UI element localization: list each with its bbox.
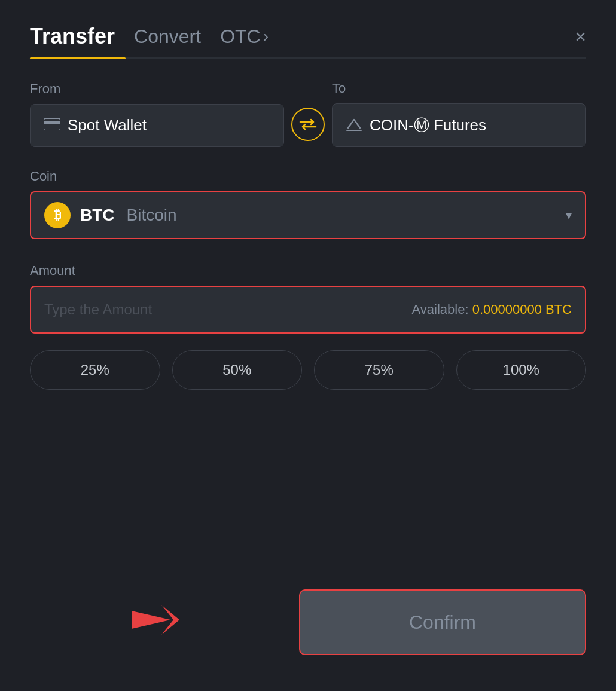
to-label: To — [332, 81, 586, 96]
close-button[interactable]: × — [575, 27, 586, 46]
btc-icon: ₿ — [44, 202, 71, 228]
tab-transfer[interactable]: Transfer — [30, 24, 115, 49]
from-wallet-name: Spot Wallet — [68, 116, 147, 134]
available-amount: 0.00000000 BTC — [472, 302, 572, 317]
coin-label: Coin — [30, 169, 586, 184]
pct-50-button[interactable]: 50% — [172, 350, 303, 390]
amount-input-box[interactable]: Type the Amount Available: 0.00000000 BT… — [30, 286, 586, 334]
amount-section: Amount Type the Amount Available: 0.0000… — [30, 263, 586, 350]
tab-convert[interactable]: Convert — [134, 26, 201, 48]
svg-marker-2 — [132, 611, 170, 629]
amount-label: Amount — [30, 263, 586, 279]
otc-chevron-icon: › — [263, 27, 269, 46]
coin-select-dropdown[interactable]: ₿ BTC Bitcoin ▾ — [30, 191, 586, 239]
header-tabs: Transfer Convert OTC › × — [30, 24, 586, 49]
to-wallet-name: COIN-Ⓜ Futures — [370, 115, 486, 136]
swap-container — [284, 87, 332, 141]
arrow-indicator — [126, 593, 197, 649]
amount-placeholder: Type the Amount — [44, 301, 405, 318]
pct-25-button[interactable]: 25% — [30, 350, 160, 390]
swap-button[interactable] — [291, 108, 325, 141]
bottom-area: Confirm — [30, 589, 586, 655]
to-col: To COIN-Ⓜ Futures — [332, 81, 586, 147]
futures-icon — [346, 116, 362, 135]
tab-underline-row — [30, 57, 586, 59]
coin-chevron-icon: ▾ — [566, 208, 572, 222]
to-wallet-select[interactable]: COIN-Ⓜ Futures — [332, 103, 586, 147]
from-wallet-select[interactable]: Spot Wallet — [30, 104, 284, 147]
confirm-button[interactable]: Confirm — [299, 589, 586, 655]
from-label: From — [30, 81, 284, 97]
from-col: From Spot Wallet — [30, 81, 284, 147]
available-text: Available: 0.00000000 BTC — [412, 302, 572, 317]
pct-75-button[interactable]: 75% — [314, 350, 444, 390]
percentage-buttons-row: 25% 50% 75% 100% — [30, 350, 586, 390]
transfer-modal: Transfer Convert OTC › × From Spot Walle… — [0, 0, 616, 691]
coin-ticker: BTC — [80, 206, 115, 225]
from-to-row: From Spot Wallet To — [30, 81, 586, 147]
wallet-card-icon — [44, 117, 60, 134]
svg-rect-0 — [44, 118, 60, 130]
svg-rect-1 — [44, 121, 60, 124]
tab-underline-active — [30, 57, 126, 59]
coin-fullname: Bitcoin — [127, 206, 177, 225]
coin-section: Coin ₿ BTC Bitcoin ▾ — [30, 169, 586, 263]
pct-100-button[interactable]: 100% — [456, 350, 587, 390]
tab-otc[interactable]: OTC › — [220, 26, 269, 48]
